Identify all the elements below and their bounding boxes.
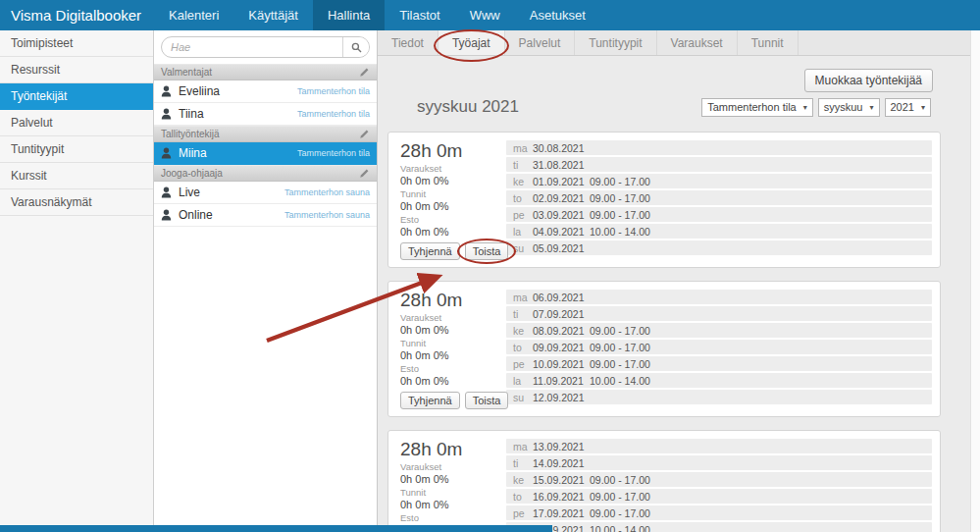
clear-button[interactable]: Tyhjennä xyxy=(400,242,460,260)
tab-tuntityypit[interactable]: Tuntityypit xyxy=(575,30,656,55)
day-time: 10.00 - 14.00 xyxy=(590,226,650,238)
week-summary: 28h 0mVaraukset0h 0m 0%Tunnit0h 0m 0%Est… xyxy=(396,438,506,532)
nav-item-www[interactable]: Www xyxy=(455,0,515,30)
week-total-hours: 28h 0m xyxy=(400,290,500,310)
nav-item-k-ytt-j-t[interactable]: Käyttäjät xyxy=(233,0,313,30)
day-time: 09.00 - 17.00 xyxy=(590,342,650,353)
day-date: 12.09.2021 xyxy=(533,392,590,403)
tab-ty-ajat[interactable]: Työajat xyxy=(438,30,505,55)
day-row[interactable]: la11.09.202110.00 - 14.00 xyxy=(506,373,932,388)
scrollbar[interactable] xyxy=(970,30,980,532)
day-date: 07.09.2021 xyxy=(533,308,590,320)
day-row[interactable]: pe10.09.202109.00 - 17.00 xyxy=(506,356,932,371)
nav-item-asetukset[interactable]: Asetukset xyxy=(515,0,600,30)
tab-palvelut[interactable]: Palvelut xyxy=(505,30,576,55)
day-time: 09.00 - 17.00 xyxy=(590,209,650,221)
day-time: 09.00 - 17.00 xyxy=(590,358,650,370)
edit-group-icon[interactable] xyxy=(359,129,370,139)
day-abbr: ti xyxy=(506,159,533,171)
edit-group-icon[interactable] xyxy=(359,67,370,78)
repeat-button[interactable]: Toista xyxy=(465,392,509,409)
employee-item-eveliina[interactable]: EveliinaTammenterhon tila xyxy=(154,80,377,103)
day-row[interactable]: to16.09.202109.00 - 17.00 xyxy=(506,489,932,504)
search-button[interactable] xyxy=(342,37,369,57)
repeat-button[interactable]: Toista xyxy=(465,242,509,260)
week-card: 28h 0mVaraukset0h 0m 0%Tunnit0h 0m 0%Est… xyxy=(387,132,941,268)
day-row[interactable]: ti31.08.2021 xyxy=(506,157,932,172)
summary-label-varaukset: Varaukset xyxy=(400,163,500,175)
edit-row: Muokkaa työntekijää xyxy=(387,56,980,92)
nav-item-tilastot[interactable]: Tilastot xyxy=(385,0,454,30)
week-summary: 28h 0mVaraukset0h 0m 0%Tunnit0h 0m 0%Est… xyxy=(396,289,506,409)
day-abbr: pe xyxy=(506,358,533,370)
person-icon xyxy=(161,85,172,97)
day-abbr: ke xyxy=(506,176,533,187)
week-actions: TyhjennäToista xyxy=(400,242,500,260)
day-row[interactable]: ma06.09.2021 xyxy=(506,290,932,304)
sidebar-item-resurssit[interactable]: Resurssit xyxy=(0,57,153,83)
clear-button[interactable]: Tyhjennä xyxy=(400,392,460,409)
day-row[interactable]: to02.09.202109.00 - 17.00 xyxy=(506,190,932,205)
sidebar-item-kurssit[interactable]: Kurssit xyxy=(0,163,153,189)
summary-label-esto: Esto xyxy=(400,363,500,375)
day-abbr: to xyxy=(506,342,533,353)
employee-item-live[interactable]: LiveTammenterhon sauna xyxy=(154,182,377,204)
week-days: ma06.09.2021ti07.09.2021ke08.09.202109.0… xyxy=(506,289,932,409)
day-row[interactable]: su05.09.2021 xyxy=(506,240,932,255)
employee-groups: ValmentajatEveliinaTammenterhon tilaTiin… xyxy=(154,64,377,227)
filter-dropdowns: Tammenterhon tila▾syyskuu▾2021▾ xyxy=(701,98,931,117)
day-row[interactable]: la18.09.202110.00 - 14.00 xyxy=(506,522,932,532)
day-row[interactable]: ma13.09.2021 xyxy=(506,439,932,453)
person-icon xyxy=(161,108,172,120)
employee-item-miina[interactable]: MiinaTammenterhon tila xyxy=(154,142,377,165)
day-time: 09.00 - 17.00 xyxy=(590,491,650,503)
employee-location: Tammenterhon tila xyxy=(297,109,370,119)
employee-item-tiina[interactable]: TiinaTammenterhon tila xyxy=(154,103,377,126)
sidebar-item-varausn-kym-t[interactable]: Varausnäkymät xyxy=(0,189,153,216)
week-actions: TyhjennäToista xyxy=(400,392,500,409)
day-date: 11.09.2021 xyxy=(533,375,590,387)
day-row[interactable]: ke01.09.202109.00 - 17.00 xyxy=(506,174,932,188)
nav-item-hallinta[interactable]: Hallinta xyxy=(313,0,385,30)
title-row: syyskuu 2021 Tammenterhon tila▾syyskuu▾2… xyxy=(387,97,980,117)
edit-employee-button[interactable]: Muokkaa työntekijää xyxy=(804,69,933,92)
employee-name: Online xyxy=(179,208,284,222)
tab-tunnit[interactable]: Tunnit xyxy=(738,30,799,55)
tab-varaukset[interactable]: Varaukset xyxy=(657,30,738,55)
day-time: 09.00 - 17.00 xyxy=(590,325,650,337)
day-row[interactable]: ke08.09.202109.00 - 17.00 xyxy=(506,323,932,338)
day-row[interactable]: pe17.09.202109.00 - 17.00 xyxy=(506,505,932,520)
day-time: 09.00 - 17.00 xyxy=(590,474,650,486)
group-header-jooga-ohjaaja: Jooga-ohjaaja xyxy=(154,165,377,182)
sidebar-item-tuntityypit[interactable]: Tuntityypit xyxy=(0,136,153,163)
tab-tiedot[interactable]: Tiedot xyxy=(378,30,438,55)
day-row[interactable]: ti07.09.2021 xyxy=(506,306,932,321)
summary-value-varaukset: 0h 0m 0% xyxy=(400,324,500,336)
employee-item-online[interactable]: OnlineTammenterhon sauna xyxy=(154,204,377,227)
day-abbr: la xyxy=(506,226,533,238)
employee-name: Live xyxy=(179,186,284,199)
filter-dropdown-tammenterhon-tila[interactable]: Tammenterhon tila▾ xyxy=(701,98,813,117)
day-row[interactable]: pe03.09.202109.00 - 17.00 xyxy=(506,207,932,222)
sidebar-item-toimipisteet[interactable]: Toimipisteet xyxy=(0,30,153,57)
day-row[interactable]: ti14.09.2021 xyxy=(506,455,932,470)
day-row[interactable]: la04.09.202110.00 - 14.00 xyxy=(506,224,932,239)
nav-item-kalenteri[interactable]: Kalenteri xyxy=(154,0,233,30)
day-date: 10.09.2021 xyxy=(533,358,590,370)
summary-label-tunnit: Tunnit xyxy=(400,188,500,200)
search-input[interactable] xyxy=(162,37,342,57)
person-icon xyxy=(161,147,172,159)
day-row[interactable]: su12.09.2021 xyxy=(506,390,932,404)
filter-dropdown-2021[interactable]: 2021▾ xyxy=(885,98,932,117)
edit-group-icon[interactable] xyxy=(359,168,370,179)
day-row[interactable]: ke15.09.202109.00 - 17.00 xyxy=(506,472,932,487)
sidebar-item-palvelut[interactable]: Palvelut xyxy=(0,110,153,136)
group-header-valmentajat: Valmentajat xyxy=(154,64,377,80)
day-row[interactable]: ma30.08.2021 xyxy=(506,140,932,155)
day-abbr: pe xyxy=(506,209,533,221)
day-date: 09.09.2021 xyxy=(533,342,590,353)
sidebar-item-ty-ntekij-t[interactable]: Työntekijät xyxy=(0,83,153,110)
filter-dropdown-syyskuu[interactable]: syyskuu▾ xyxy=(818,98,880,117)
chevron-down-icon: ▾ xyxy=(803,103,807,112)
day-row[interactable]: to09.09.202109.00 - 17.00 xyxy=(506,340,932,354)
